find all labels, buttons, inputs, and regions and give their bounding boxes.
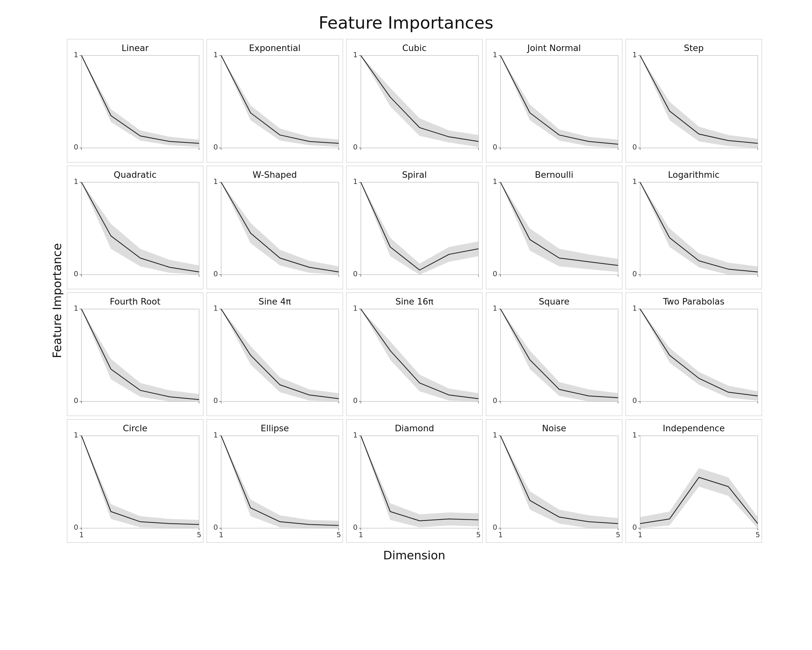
svg-text:0: 0 xyxy=(493,270,497,278)
main-title: Feature Importances xyxy=(319,13,493,32)
chart-svg-sine-16pi: 01Sine 16π xyxy=(346,293,482,416)
svg-text:Ellipse: Ellipse xyxy=(261,423,289,433)
chart-wrapper: Feature Importance 01Linear01Exponential… xyxy=(50,39,762,562)
chart-svg-spiral: 01Spiral xyxy=(346,166,482,289)
chart-svg-sine-4pi: 01Sine 4π xyxy=(207,293,343,416)
chart-circle: 0115Circle xyxy=(67,419,203,543)
chart-step: 01Step xyxy=(626,39,762,162)
svg-text:Independence: Independence xyxy=(662,423,725,433)
chart-svg-noise: 0115Noise xyxy=(486,419,622,543)
svg-text:Spiral: Spiral xyxy=(402,170,426,180)
chart-fourth-root: 01Fourth Root xyxy=(67,292,203,416)
svg-text:1: 1 xyxy=(79,531,84,539)
chart-svg-joint-normal: 01Joint Normal xyxy=(486,39,622,162)
svg-text:1: 1 xyxy=(638,531,642,539)
chart-svg-cubic: 01Cubic xyxy=(346,39,482,162)
svg-text:1: 1 xyxy=(218,531,223,539)
chart-bernoulli: 01Bernoulli xyxy=(486,166,622,289)
chart-grid: 01Linear01Exponential01Cubic01Joint Norm… xyxy=(67,39,762,543)
svg-text:Step: Step xyxy=(684,43,704,53)
svg-text:Quadratic: Quadratic xyxy=(114,170,157,180)
chart-w-shaped: 01W-Shaped xyxy=(206,166,343,289)
chart-diamond: 0115Diamond xyxy=(346,419,483,543)
svg-text:0: 0 xyxy=(214,143,218,151)
chart-joint-normal: 01Joint Normal xyxy=(486,39,622,162)
svg-text:Sine 16π: Sine 16π xyxy=(395,297,433,306)
chart-noise: 0115Noise xyxy=(486,419,622,543)
svg-text:1: 1 xyxy=(632,177,637,185)
svg-text:1: 1 xyxy=(353,304,358,312)
svg-text:1: 1 xyxy=(214,51,218,59)
chart-svg-quadratic: 01Quadratic xyxy=(67,166,203,289)
svg-text:1: 1 xyxy=(493,431,497,439)
svg-text:0: 0 xyxy=(632,143,637,151)
svg-text:1: 1 xyxy=(214,177,218,185)
svg-text:1: 1 xyxy=(353,177,358,185)
svg-text:0: 0 xyxy=(632,396,637,405)
chart-svg-linear: 01Linear xyxy=(67,39,203,162)
svg-text:1: 1 xyxy=(74,51,78,59)
svg-text:0: 0 xyxy=(493,396,497,405)
chart-square: 01Square xyxy=(486,292,622,416)
svg-text:Noise: Noise xyxy=(542,423,566,433)
chart-svg-ellipse: 0115Ellipse xyxy=(207,419,343,543)
svg-text:0: 0 xyxy=(214,270,218,278)
chart-two-parabolas: 01Two Parabolas xyxy=(626,292,762,416)
svg-text:Logarithmic: Logarithmic xyxy=(668,170,719,180)
svg-text:1: 1 xyxy=(632,304,637,312)
y-axis-label: Feature Importance xyxy=(50,41,64,561)
svg-text:W-Shaped: W-Shaped xyxy=(252,170,296,180)
svg-text:Circle: Circle xyxy=(123,423,147,433)
chart-cubic: 01Cubic xyxy=(346,39,483,162)
chart-independence: 0115Independence xyxy=(626,419,762,543)
svg-text:5: 5 xyxy=(336,531,341,539)
svg-text:1: 1 xyxy=(358,531,363,539)
chart-linear: 01Linear xyxy=(67,39,203,162)
chart-svg-circle: 0115Circle xyxy=(67,419,203,543)
svg-text:1: 1 xyxy=(214,304,218,312)
chart-sine-4pi: 01Sine 4π xyxy=(206,292,343,416)
chart-svg-bernoulli: 01Bernoulli xyxy=(486,166,622,289)
x-axis-label: Dimension xyxy=(383,549,445,562)
chart-svg-step: 01Step xyxy=(626,39,762,162)
svg-text:Fourth Root: Fourth Root xyxy=(110,297,160,306)
svg-text:1: 1 xyxy=(632,431,637,439)
chart-svg-logarithmic: 01Logarithmic xyxy=(626,166,762,289)
svg-text:0: 0 xyxy=(493,523,497,531)
svg-text:0: 0 xyxy=(74,143,78,151)
svg-text:1: 1 xyxy=(214,431,218,439)
svg-text:1: 1 xyxy=(74,177,78,185)
svg-text:5: 5 xyxy=(615,531,620,539)
svg-text:0: 0 xyxy=(493,143,497,151)
chart-exponential: 01Exponential xyxy=(206,39,343,162)
chart-svg-w-shaped: 01W-Shaped xyxy=(207,166,343,289)
svg-text:0: 0 xyxy=(353,396,358,405)
svg-text:5: 5 xyxy=(476,531,480,539)
svg-text:0: 0 xyxy=(632,270,637,278)
svg-text:Joint Normal: Joint Normal xyxy=(527,43,581,53)
svg-text:Cubic: Cubic xyxy=(402,43,426,53)
svg-text:0: 0 xyxy=(214,396,218,405)
grid-and-xlabel: 01Linear01Exponential01Cubic01Joint Norm… xyxy=(67,39,762,562)
svg-text:0: 0 xyxy=(353,270,358,278)
svg-text:0: 0 xyxy=(353,143,358,151)
chart-quadratic: 01Quadratic xyxy=(67,166,203,289)
svg-text:0: 0 xyxy=(74,396,78,405)
svg-text:1: 1 xyxy=(493,177,497,185)
svg-text:Exponential: Exponential xyxy=(249,43,301,53)
svg-rect-72 xyxy=(486,166,622,289)
chart-svg-exponential: 01Exponential xyxy=(207,39,343,162)
chart-ellipse: 0115Ellipse xyxy=(206,419,343,543)
chart-svg-diamond: 0115Diamond xyxy=(346,419,482,543)
svg-text:Bernoulli: Bernoulli xyxy=(535,170,573,180)
svg-text:0: 0 xyxy=(632,523,637,531)
chart-spiral: 01Spiral xyxy=(346,166,483,289)
chart-logarithmic: 01Logarithmic xyxy=(626,166,762,289)
svg-text:Two Parabolas: Two Parabolas xyxy=(662,297,724,306)
svg-text:1: 1 xyxy=(498,531,502,539)
chart-svg-two-parabolas: 01Two Parabolas xyxy=(626,293,762,416)
svg-text:Diamond: Diamond xyxy=(395,423,434,433)
svg-text:Square: Square xyxy=(539,297,569,306)
svg-text:1: 1 xyxy=(353,51,358,59)
svg-text:Linear: Linear xyxy=(122,43,149,53)
